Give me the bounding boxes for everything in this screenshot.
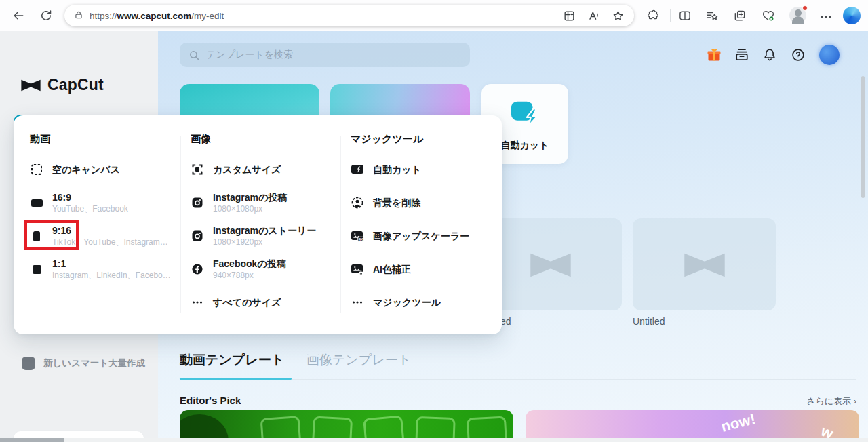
capcut-logo[interactable]: CapCut	[20, 76, 104, 94]
image-upscaler-icon: 4K	[351, 230, 364, 242]
favorite-star-icon[interactable]	[612, 9, 625, 22]
refresh-icon[interactable]	[39, 9, 53, 22]
show-more-link[interactable]: さらに表示 ›	[755, 395, 856, 407]
menu-item-subtitle: Instagram、LinkedIn、Facebo…	[52, 270, 171, 281]
menu-item-all-sizes[interactable]: すべてのサイズ	[191, 289, 338, 316]
menu-item-title: マジックツール	[373, 297, 441, 308]
custom-size-icon	[191, 163, 204, 176]
active-tab-underline	[180, 378, 292, 380]
menu-item-title: カスタムサイズ	[213, 164, 281, 176]
smart-batch-icon	[22, 357, 35, 370]
help-icon[interactable]	[791, 47, 806, 62]
template-banner-green[interactable]	[180, 410, 513, 442]
user-avatar[interactable]	[819, 45, 840, 65]
browser-essentials-icon[interactable]	[762, 9, 775, 22]
highlight-annotation-box	[24, 220, 79, 250]
menu-item-16-9[interactable]: 16:9 YouTube、Facebook	[30, 189, 176, 216]
workspaces-icon[interactable]	[563, 9, 576, 22]
menu-item-title: Instagramの投稿	[213, 192, 287, 203]
menu-item-title: 自動カット	[373, 164, 421, 176]
profile-notification-dot	[802, 5, 808, 11]
instagram-icon	[191, 230, 204, 242]
menu-column-magic: マジックツール 自動カット 背景を削除 4K 画像アップスケーラー AI色補正	[351, 133, 488, 322]
add-tab-group-icon[interactable]	[733, 9, 747, 22]
browser-profile-avatar[interactable]	[789, 7, 806, 24]
menu-item-subtitle: YouTube、Facebook	[52, 204, 128, 214]
horizontal-scrollbar-track[interactable]	[0, 438, 868, 442]
menu-item-autocut[interactable]: 自動カット	[351, 156, 488, 183]
vertical-scrollbar-thumb[interactable]	[861, 76, 865, 198]
search-placeholder: テンプレートを検索	[206, 49, 293, 61]
address-bar[interactable]: https://www.capcut.com/my-edit	[64, 5, 634, 26]
copilot-icon[interactable]	[843, 7, 861, 24]
menu-item-subtitle: 1080×1920px	[213, 237, 316, 247]
menu-item-subtitle: 1080×1080px	[213, 204, 287, 214]
menu-item-1-1[interactable]: 1:1 Instagram、LinkedIn、Facebo…	[30, 256, 176, 283]
menu-item-instagram-post[interactable]: Instagramの投稿 1080×1080px	[191, 189, 338, 216]
menu-item-magic-tools-more[interactable]: マジックツール	[351, 289, 488, 316]
banner-text: now!	[719, 410, 757, 436]
ratio-16-9-icon	[30, 199, 43, 207]
menu-item-subtitle: 940×788px	[213, 270, 286, 281]
menu-item-image-upscaler[interactable]: 4K 画像アップスケーラー	[351, 222, 488, 249]
toolbar-divider	[670, 9, 671, 22]
profile-bust-shape	[792, 16, 804, 24]
menu-item-custom-size[interactable]: カスタムサイズ	[191, 156, 338, 183]
more-ellipsis-icon	[191, 296, 204, 308]
create-dropdown: 動画 空のキャンバス 16:9 YouTube、Facebook 9:16 Ti…	[14, 115, 502, 334]
menu-item-title: 1:1	[52, 258, 171, 270]
blank-canvas-icon	[30, 163, 43, 176]
url-text: https://www.capcut.com/my-edit	[90, 11, 224, 21]
sidebar-item-smart-batch[interactable]: 新しいスマート大量作成	[22, 357, 145, 370]
browser-menu-icon[interactable]	[819, 10, 833, 24]
autocut-bolt-icon	[510, 99, 541, 130]
instagram-icon	[191, 197, 204, 209]
lock-icon	[74, 10, 83, 21]
split-screen-icon[interactable]	[678, 9, 692, 22]
back-icon[interactable]	[12, 9, 25, 22]
menu-item-title: 画像アップスケーラー	[373, 230, 469, 242]
column-divider	[180, 136, 181, 313]
tab-video-templates[interactable]: 動画テンプレート	[180, 351, 284, 369]
menu-item-title: 16:9	[52, 192, 128, 203]
remove-background-icon	[351, 197, 364, 209]
capcut-watermark-icon	[528, 249, 573, 281]
menu-item-title: Facebookの投稿	[213, 258, 286, 270]
notifications-bell-icon[interactable]	[762, 47, 777, 62]
profile-head-shape	[795, 9, 802, 16]
editors-pick-heading: Editor's Pick	[180, 395, 241, 406]
menu-item-ai-color[interactable]: AI色補正	[351, 256, 488, 283]
menu-header-magic: マジックツール	[351, 133, 488, 146]
menu-item-title: 背景を削除	[373, 197, 420, 209]
menu-item-facebook-post[interactable]: Facebookの投稿 940×788px	[191, 256, 338, 283]
menu-item-instagram-story[interactable]: Instagramのストーリー 1080×1920px	[191, 222, 338, 249]
menu-column-image: 画像 カスタムサイズ Instagramの投稿 1080×1080px Inst…	[191, 133, 338, 322]
capcut-logo-icon	[20, 78, 41, 93]
project-name: Untitled	[633, 316, 665, 327]
search-icon	[189, 49, 200, 61]
menu-header-video: 動画	[30, 133, 176, 146]
capcut-watermark-icon	[682, 249, 727, 281]
purchases-icon[interactable]	[734, 47, 749, 62]
read-aloud-icon[interactable]	[587, 9, 600, 22]
ai-color-correction-icon	[351, 263, 364, 275]
horizontal-scrollbar-thumb[interactable]	[0, 438, 64, 442]
ratio-1-1-icon	[30, 265, 43, 274]
tab-image-templates[interactable]: 画像テンプレート	[307, 351, 411, 369]
search-input[interactable]: テンプレートを検索	[180, 43, 470, 67]
menu-item-title: AI色補正	[373, 264, 411, 275]
more-ellipsis-icon	[351, 296, 364, 308]
autocut-icon	[351, 163, 364, 176]
menu-item-title: すべてのサイズ	[213, 297, 281, 308]
smart-batch-label: 新しいスマート大量作成	[43, 357, 145, 369]
menu-item-blank-canvas[interactable]: 空のキャンバス	[30, 156, 176, 183]
gift-icon[interactable]	[707, 47, 722, 62]
collections-icon[interactable]	[705, 9, 719, 22]
menu-item-title: 空のキャンバス	[52, 164, 120, 176]
menu-item-remove-background[interactable]: 背景を削除	[351, 189, 488, 216]
template-banner-pink[interactable]: now! w	[526, 410, 859, 442]
extensions-icon[interactable]	[646, 9, 660, 22]
project-card[interactable]	[633, 218, 776, 310]
capcut-logo-text: CapCut	[47, 76, 104, 94]
menu-header-image: 画像	[191, 133, 338, 146]
